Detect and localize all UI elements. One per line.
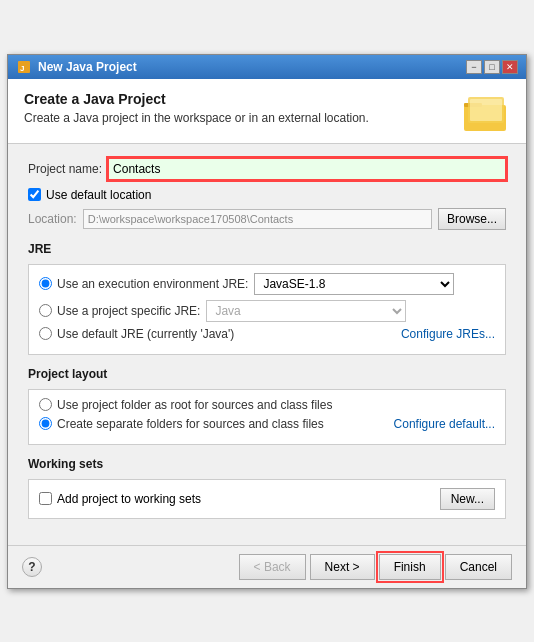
finish-button[interactable]: Finish (379, 554, 441, 580)
jre-option1-row: Use an execution environment JRE: JavaSE… (39, 273, 495, 295)
jre-option2-row: Use a project specific JRE: Java (39, 300, 495, 322)
title-bar: J New Java Project − □ ✕ (8, 55, 526, 79)
back-button[interactable]: < Back (239, 554, 306, 580)
location-row: Location: Browse... (28, 208, 506, 230)
jre-section-title: JRE (28, 242, 506, 256)
layout-option1-row: Use project folder as root for sources a… (39, 398, 495, 412)
cancel-button[interactable]: Cancel (445, 554, 512, 580)
jre-option3-radio[interactable] (39, 327, 52, 340)
window-title: New Java Project (38, 60, 137, 74)
layout-option2-label: Create separate folders for sources and … (57, 417, 324, 431)
svg-rect-5 (470, 99, 502, 121)
header-subtitle: Create a Java project in the workspace o… (24, 111, 369, 125)
use-default-location-label: Use default location (46, 188, 151, 202)
project-name-label: Project name: (28, 162, 102, 176)
configure-jres-link[interactable]: Configure JREs... (401, 327, 495, 341)
project-name-row: Project name: (28, 158, 506, 180)
jre-specific-select[interactable]: Java (206, 300, 406, 322)
jre-option2-radio[interactable] (39, 304, 52, 317)
minimize-button[interactable]: − (466, 60, 482, 74)
dialog-footer: ? < Back Next > Finish Cancel (8, 545, 526, 588)
working-sets-title: Working sets (28, 457, 506, 471)
layout-option2-row: Create separate folders for sources and … (39, 417, 495, 431)
layout-option1-label: Use project folder as root for sources a… (57, 398, 332, 412)
layout-option1-radio[interactable] (39, 398, 52, 411)
location-input[interactable] (83, 209, 432, 229)
svg-text:J: J (20, 64, 24, 73)
java-project-icon: J (16, 59, 32, 75)
working-sets-new-button[interactable]: New... (440, 488, 495, 510)
jre-section: Use an execution environment JRE: JavaSE… (28, 264, 506, 355)
layout-option2-radio[interactable] (39, 417, 52, 430)
help-button[interactable]: ? (22, 557, 42, 577)
working-sets-section: Add project to working sets New... (28, 479, 506, 519)
dialog-header: Create a Java Project Create a Java proj… (8, 79, 526, 144)
new-java-project-dialog: J New Java Project − □ ✕ Create a Java P… (7, 54, 527, 589)
project-name-input[interactable] (108, 158, 506, 180)
header-title: Create a Java Project (24, 91, 369, 107)
jre-option2-label: Use a project specific JRE: (57, 304, 200, 318)
working-sets-row: Add project to working sets New... (39, 488, 495, 510)
configure-default-link[interactable]: Configure default... (394, 417, 495, 431)
add-to-working-sets-label: Add project to working sets (57, 492, 201, 506)
project-layout-title: Project layout (28, 367, 506, 381)
next-button[interactable]: Next > (310, 554, 375, 580)
title-bar-left: J New Java Project (16, 59, 137, 75)
project-layout-section: Use project folder as root for sources a… (28, 389, 506, 445)
jre-option3-row: Use default JRE (currently 'Java') Confi… (39, 327, 495, 341)
header-text: Create a Java Project Create a Java proj… (24, 91, 369, 125)
jre-option1-label: Use an execution environment JRE: (57, 277, 248, 291)
jre-option3-label: Use default JRE (currently 'Java') (57, 327, 234, 341)
jre-environment-select[interactable]: JavaSE-1.8 (254, 273, 454, 295)
folder-icon (462, 93, 510, 133)
add-to-working-sets-checkbox[interactable] (39, 492, 52, 505)
window-controls: − □ ✕ (466, 60, 518, 74)
maximize-button[interactable]: □ (484, 60, 500, 74)
jre-option1-radio[interactable] (39, 277, 52, 290)
location-label: Location: (28, 212, 77, 226)
use-default-location-checkbox[interactable] (28, 188, 41, 201)
default-location-row: Use default location (28, 188, 506, 202)
dialog-content: Project name: Use default location Locat… (8, 144, 526, 545)
close-button[interactable]: ✕ (502, 60, 518, 74)
browse-button[interactable]: Browse... (438, 208, 506, 230)
